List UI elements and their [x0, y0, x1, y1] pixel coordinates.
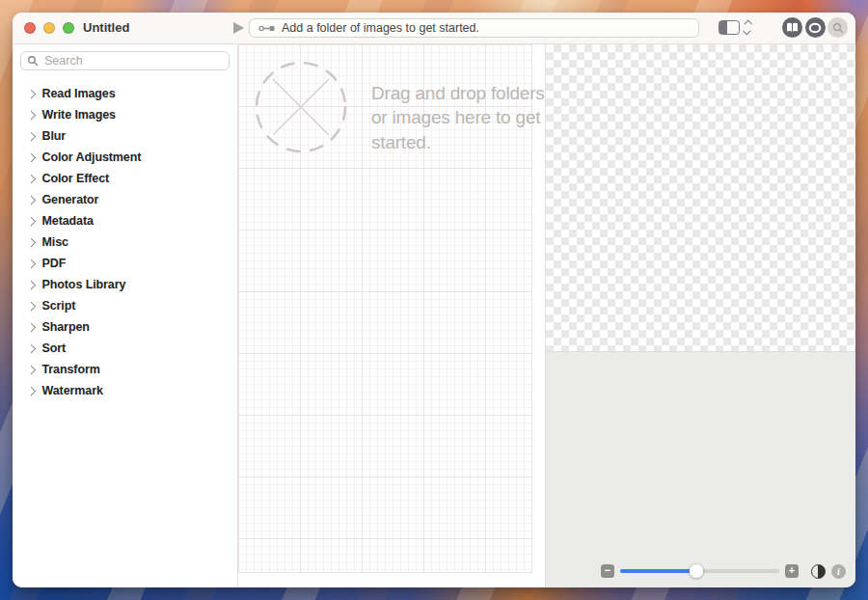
open-book-icon: [786, 22, 799, 33]
sidebar-item-label: Transform: [42, 363, 100, 376]
close-button[interactable]: [24, 22, 36, 34]
main-content: Read Images Write Images Blur Co: [13, 44, 855, 587]
sidebar-item-label: Color Effect: [42, 172, 110, 185]
chevron-right-icon[interactable]: [27, 216, 36, 225]
zoom-out-button[interactable]: −: [601, 564, 614, 578]
chevron-right-icon[interactable]: [27, 131, 36, 140]
traffic-lights: [24, 22, 74, 34]
zoom-slider-thumb[interactable]: [690, 564, 704, 579]
sidebar-item[interactable]: Generator: [13, 189, 237, 210]
sidebar-item-label: Blur: [42, 129, 67, 143]
node-sidebar: Read Images Write Images Blur Co: [13, 44, 237, 587]
sidebar-item[interactable]: Read Images: [13, 83, 237, 104]
status-text: Add a folder of images to get started.: [282, 21, 479, 35]
chevron-right-icon[interactable]: [27, 343, 36, 352]
canvas-empty-message: Drag and drop folders or images here to …: [371, 81, 550, 154]
sidebar-item-label: PDF: [42, 257, 67, 270]
search-input[interactable]: [20, 51, 230, 70]
sidebar-item-label: Sort: [42, 341, 67, 355]
chevron-right-icon[interactable]: [27, 301, 36, 310]
chevron-right-icon[interactable]: [27, 365, 36, 373]
sidebar-item[interactable]: Watermark: [13, 380, 237, 401]
play-icon: [233, 22, 244, 34]
chevron-right-icon[interactable]: [27, 280, 36, 288]
chevron-right-icon[interactable]: [27, 386, 36, 395]
sidebar-item-label: Photos Library: [42, 278, 126, 291]
workflow-status-field[interactable]: Add a folder of images to get started.: [249, 18, 699, 38]
chevron-right-icon[interactable]: [27, 237, 36, 246]
sidebar-item[interactable]: Misc: [13, 232, 237, 253]
preview-panel: − + i: [546, 44, 855, 587]
sidebar-item[interactable]: Sharpen: [13, 316, 237, 338]
titlebar[interactable]: Untitled Add a folder of images to get s…: [13, 13, 855, 44]
toggle-stepper[interactable]: [745, 20, 750, 35]
sidebar-item-label: Sharpen: [42, 320, 90, 334]
search-icon: [27, 55, 39, 67]
sidebar-item[interactable]: Write Images: [13, 104, 237, 125]
zoom-slider[interactable]: [620, 563, 779, 579]
workflow-node-icon: [258, 24, 275, 33]
speech-bubble-icon: [808, 22, 822, 34]
feedback-button[interactable]: [805, 17, 826, 38]
canvas-grid[interactable]: Drag and drop folders or images here to …: [238, 44, 532, 573]
window-title: Untitled: [83, 13, 129, 43]
chevron-right-icon[interactable]: [27, 110, 36, 119]
sidebar-item-label: Script: [42, 299, 76, 313]
chevron-right-icon[interactable]: [27, 152, 36, 161]
zoom-button[interactable]: [63, 22, 74, 34]
magnifier-icon: [832, 22, 844, 34]
sidebar-item[interactable]: Sort: [13, 338, 237, 359]
inspector-toggle-group: [719, 20, 750, 35]
sidebar-item[interactable]: Script: [13, 295, 237, 316]
sidebar-item[interactable]: PDF: [13, 253, 237, 274]
sidebar-item-label: Color Adjustment: [42, 150, 142, 164]
preview-empty-area: [546, 352, 855, 587]
node-category-list: Read Images Write Images Blur Co: [13, 83, 237, 401]
workflow-canvas[interactable]: Drag and drop folders or images here to …: [238, 44, 545, 587]
contrast-toggle-icon[interactable]: [811, 564, 826, 579]
sidebar-item-label: Read Images: [42, 87, 116, 100]
info-button[interactable]: i: [831, 564, 846, 579]
chevron-down-icon: [743, 27, 750, 35]
minimize-button[interactable]: [43, 22, 55, 34]
transparency-preview: [546, 44, 855, 352]
chevron-right-icon[interactable]: [27, 259, 36, 267]
chevron-right-icon[interactable]: [27, 89, 36, 97]
node-library-button[interactable]: [782, 17, 802, 38]
search-button[interactable]: [827, 17, 848, 38]
app-window: Untitled Add a folder of images to get s…: [13, 13, 855, 587]
search-field: [20, 51, 230, 70]
zoom-in-button[interactable]: +: [785, 564, 799, 578]
sidebar-item[interactable]: Color Effect: [13, 168, 237, 189]
sidebar-item[interactable]: Color Adjustment: [13, 147, 237, 168]
chevron-right-icon[interactable]: [27, 195, 36, 204]
sidebar-item-label: Write Images: [42, 108, 116, 122]
titlebar-buttons: [782, 17, 848, 38]
sidebar-item[interactable]: Photos Library: [13, 274, 237, 295]
sidebar-item[interactable]: Metadata: [13, 210, 237, 232]
sidebar-item[interactable]: Blur: [13, 125, 237, 147]
sidebar-toggle-icon[interactable]: [719, 20, 740, 35]
chevron-right-icon[interactable]: [27, 174, 36, 182]
sidebar-item[interactable]: Transform: [13, 359, 237, 380]
run-workflow-button[interactable]: [229, 18, 248, 38]
chevron-right-icon[interactable]: [27, 322, 36, 331]
sidebar-item-label: Metadata: [42, 214, 94, 228]
zoom-controls: − + i: [601, 563, 846, 579]
drop-target-icon: [252, 58, 350, 156]
sidebar-item-label: Generator: [42, 193, 99, 206]
sidebar-item-label: Watermark: [42, 384, 103, 397]
sidebar-item-label: Misc: [42, 235, 68, 249]
